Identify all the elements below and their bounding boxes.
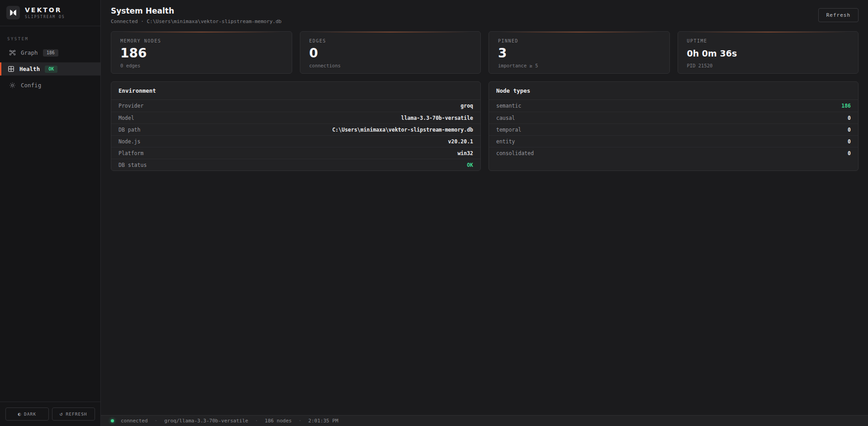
status-node-count: 186 nodes <box>265 418 292 424</box>
stat-label: PINNED <box>498 38 660 43</box>
status-time: 2:01:35 PM <box>308 418 338 424</box>
node-type-row-temporal: temporal 0 <box>489 123 858 135</box>
status-separator: · <box>299 418 302 424</box>
node-type-value: 0 <box>848 115 851 121</box>
main-content: System Health Connected · C:\Users\minim… <box>101 0 868 426</box>
env-row-provider: Provider groq <box>111 100 480 112</box>
page-title: System Health <box>111 6 282 15</box>
sidebar-item-health[interactable]: Health OK <box>0 62 100 76</box>
sidebar-item-label: Graph <box>21 49 38 56</box>
refresh-icon: ↺ <box>60 411 63 417</box>
env-value: win32 <box>457 150 473 156</box>
stat-value: 186 <box>120 47 283 60</box>
stat-value: 3 <box>498 47 660 60</box>
node-type-value: 0 <box>848 127 851 133</box>
status-model-text: groq/llama-3.3-70b-versatile <box>164 418 248 424</box>
sidebar-footer: ◐ DARK ↺ REFRESH <box>0 402 100 426</box>
stat-card-edges: EDGES 0 connections <box>300 31 481 74</box>
panels-row: Environment Provider groq Model llama-3.… <box>101 81 868 171</box>
env-row-platform: Platform win32 <box>111 147 480 159</box>
node-type-row-entity: entity 0 <box>489 135 858 147</box>
stat-value: 0 <box>309 47 472 60</box>
brand-subtitle: SLIPSTREAM OS <box>25 15 65 19</box>
connection-status-dot <box>111 419 114 422</box>
env-row-model: Model llama-3.3-70b-versatile <box>111 112 480 123</box>
stat-sub: connections <box>309 63 472 68</box>
sidebar-section-label: SYSTEM <box>0 37 100 41</box>
node-type-key: entity <box>496 138 515 145</box>
stat-sub: importance ≥ 5 <box>498 63 660 68</box>
environment-panel-title: Environment <box>111 82 480 100</box>
dark-mode-icon: ◐ <box>18 411 21 417</box>
sidebar-item-config[interactable]: Config <box>0 79 100 92</box>
stat-label: EDGES <box>309 38 472 43</box>
status-separator: · <box>155 418 158 424</box>
env-key: DB path <box>119 127 140 133</box>
node-type-row-causal: causal 0 <box>489 112 858 123</box>
refresh-button[interactable]: Refresh <box>818 8 859 22</box>
stat-cards-row: MEMORY NODES 186 0 edges EDGES 0 connect… <box>101 31 868 74</box>
status-bar: connected · groq/llama-3.3-70b-versatile… <box>101 415 868 426</box>
node-type-key: causal <box>496 115 515 121</box>
dark-mode-label: DARK <box>24 412 36 417</box>
node-type-key: temporal <box>496 127 521 133</box>
env-key: Provider <box>119 103 143 109</box>
sidebar-refresh-button[interactable]: ↺ REFRESH <box>52 407 95 421</box>
env-key: Node.js <box>119 138 140 145</box>
connection-status-text: connected <box>121 418 148 424</box>
env-value: v20.20.1 <box>448 138 473 145</box>
health-ok-badge: OK <box>45 66 57 73</box>
stat-sub: 0 edges <box>120 63 283 68</box>
node-type-value: 186 <box>841 103 851 109</box>
env-key: Model <box>119 115 134 121</box>
page-header: System Health Connected · C:\Users\minim… <box>101 0 868 30</box>
status-separator: · <box>255 418 258 424</box>
stat-card-pinned: PINNED 3 importance ≥ 5 <box>489 31 670 74</box>
env-row-nodejs: Node.js v20.20.1 <box>111 135 480 147</box>
node-type-value: 0 <box>848 138 851 145</box>
env-row-db-status: DB status OK <box>111 159 480 170</box>
health-icon <box>7 66 14 73</box>
env-key: DB status <box>119 162 147 168</box>
logo-block: VEKTOR SLIPSTREAM OS <box>0 0 100 26</box>
node-types-panel: Node types semantic 186 causal 0 tempora… <box>489 81 859 171</box>
vektor-logo-icon <box>6 6 20 19</box>
node-type-value: 0 <box>848 150 851 156</box>
brand-text: VEKTOR SLIPSTREAM OS <box>25 6 65 19</box>
env-key: Platform <box>119 150 143 156</box>
stat-label: MEMORY NODES <box>120 38 283 43</box>
stat-card-uptime: UPTIME 0h 0m 36s PID 21520 <box>678 31 859 74</box>
environment-panel: Environment Provider groq Model llama-3.… <box>111 81 481 171</box>
connection-subtitle: Connected · C:\Users\minimaxa\vektor-sli… <box>111 19 282 24</box>
stat-value: 0h 0m 36s <box>687 47 849 60</box>
config-icon <box>9 82 16 89</box>
sidebar-item-label: Config <box>21 82 41 89</box>
sidebar-refresh-label: REFRESH <box>66 412 87 417</box>
sidebar-item-graph[interactable]: Graph 186 <box>0 46 100 59</box>
node-types-panel-title: Node types <box>489 82 858 100</box>
env-value: llama-3.3-70b-versatile <box>401 115 473 121</box>
sidebar: VEKTOR SLIPSTREAM OS SYSTEM Graph 186 He… <box>0 0 101 426</box>
stat-card-memory-nodes: MEMORY NODES 186 0 edges <box>111 31 292 74</box>
env-value-db-status: OK <box>467 162 473 168</box>
node-type-key: semantic <box>496 103 521 109</box>
env-row-db-path: DB path C:\Users\minimaxa\vektor-slipstr… <box>111 123 480 135</box>
env-value: groq <box>460 103 473 109</box>
node-type-key: consolidated <box>496 150 534 156</box>
graph-count-badge: 186 <box>43 49 58 57</box>
graph-icon <box>9 49 16 57</box>
dark-mode-button[interactable]: ◐ DARK <box>5 407 49 421</box>
brand-name: VEKTOR <box>25 6 65 14</box>
env-value: C:\Users\minimaxa\vektor-slipstream-memo… <box>332 127 473 133</box>
stat-label: UPTIME <box>687 38 849 43</box>
node-type-row-semantic: semantic 186 <box>489 100 858 112</box>
node-type-row-consolidated: consolidated 0 <box>489 147 858 159</box>
sidebar-item-label: Health <box>19 66 40 72</box>
stat-sub: PID 21520 <box>687 63 849 68</box>
